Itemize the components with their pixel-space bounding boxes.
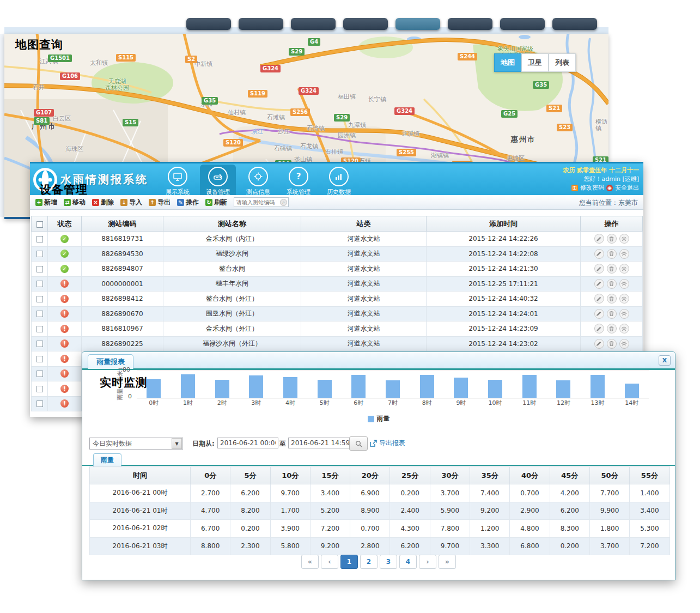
trash-icon[interactable]	[607, 234, 617, 244]
row-checkbox[interactable]	[36, 296, 43, 302]
trash-icon[interactable]	[607, 249, 617, 259]
search-icon[interactable]: ⌕	[280, 199, 287, 206]
row-checkbox[interactable]	[36, 281, 43, 287]
edit-icon[interactable]	[594, 234, 604, 244]
nav-item-3[interactable]: 测点信息	[240, 165, 276, 198]
station-search-box: ⌕	[234, 197, 289, 207]
logout-link[interactable]: 安全退出	[615, 184, 639, 192]
nav-stub-button[interactable]	[343, 18, 388, 30]
gear-icon[interactable]	[619, 279, 629, 289]
nav-stub-button[interactable]	[552, 18, 597, 30]
y-tick-min: 0	[128, 393, 132, 400]
row-checkbox[interactable]	[36, 326, 43, 332]
nav-stub-button[interactable]	[291, 18, 336, 30]
device-management-annotation: 设备管理	[40, 182, 88, 197]
trash-icon[interactable]	[607, 294, 617, 304]
tab-rain[interactable]: 雨量	[93, 453, 121, 466]
pager-arrow-button[interactable]: ›	[419, 555, 436, 569]
nav-stub-button-selected[interactable]	[395, 18, 440, 30]
station-code-search-input[interactable]	[235, 199, 280, 206]
gear-icon[interactable]	[619, 324, 629, 333]
edit-icon[interactable]	[594, 249, 604, 259]
trash-icon[interactable]	[607, 324, 617, 333]
gear-icon[interactable]	[619, 249, 629, 259]
date-from-input[interactable]	[217, 438, 278, 448]
page-button-2[interactable]: 2	[360, 555, 378, 569]
toolbar-button-导出[interactable]: ↑导出	[149, 198, 171, 207]
pager-arrow-button[interactable]: »	[439, 555, 456, 569]
edit-icon[interactable]	[594, 324, 604, 333]
trash-icon[interactable]	[607, 309, 617, 319]
pager-arrow-button[interactable]: «	[301, 555, 319, 569]
edit-icon[interactable]	[594, 264, 604, 274]
toolbar-button-导入[interactable]: ↓导入	[120, 198, 142, 207]
rain-value-cell: 1.700	[270, 502, 310, 520]
status-cell: ✓	[48, 232, 82, 247]
date-to-input[interactable]	[288, 438, 351, 448]
page-button-1[interactable]: 1	[340, 555, 358, 569]
rain-value-cell: 3.300	[470, 537, 510, 555]
trash-icon[interactable]	[607, 339, 617, 349]
row-checkbox[interactable]	[36, 311, 43, 317]
row-checkbox[interactable]	[36, 236, 43, 242]
gear-icon[interactable]	[619, 264, 629, 274]
row-checkbox[interactable]	[36, 251, 43, 257]
road-shield: G1501	[48, 54, 72, 62]
edit-icon[interactable]	[594, 294, 604, 304]
row-checkbox[interactable]	[36, 386, 43, 392]
trash-icon[interactable]	[607, 264, 617, 274]
nav-item-2[interactable]: 设备管理	[200, 165, 236, 198]
status-ok-icon: ✓	[60, 235, 69, 243]
gear-icon[interactable]	[619, 339, 629, 349]
export-report-link[interactable]: 导出报表	[370, 439, 405, 448]
toolbar-button-删除[interactable]: ×删除	[92, 198, 114, 207]
row-checkbox[interactable]	[36, 356, 43, 362]
nav-item-5[interactable]: 历史数据	[321, 165, 357, 198]
map-type-list-button[interactable]: 列表	[549, 53, 576, 72]
road-shield: S15	[123, 119, 138, 126]
change-password-link[interactable]: 修改密码	[580, 184, 604, 192]
row-checkbox[interactable]	[36, 371, 43, 377]
gear-icon[interactable]	[619, 234, 629, 244]
chart-x-axis-labels: 0时1时2时3时4时5时6时7时8时9时10时11时12时13时14时	[137, 399, 649, 407]
toolbar-icon: +	[35, 199, 42, 206]
edit-icon[interactable]	[594, 279, 604, 289]
toolbar-button-新增[interactable]: +新增	[35, 198, 57, 207]
rain-value-cell: 6.200	[390, 537, 430, 555]
pager-arrow-button[interactable]: ‹	[321, 555, 338, 569]
nav-stub-button[interactable]	[239, 18, 283, 30]
toolbar-button-操作[interactable]: ✎操作	[177, 198, 199, 207]
page-button-3[interactable]: 3	[380, 555, 397, 569]
data-mode-select[interactable]: 今日实时数据 ▼	[89, 438, 183, 450]
station-type-cell: 河道水文站	[301, 321, 427, 337]
nav-stub-button[interactable]	[186, 18, 231, 30]
road-shield: G324	[394, 107, 415, 115]
row-checkbox[interactable]	[36, 266, 43, 272]
map-type-map-button[interactable]: 地图	[494, 53, 521, 72]
x-tick-label: 4时	[273, 399, 308, 407]
nav-item-1[interactable]: 展示系统	[160, 165, 196, 198]
row-checkbox[interactable]	[36, 400, 43, 407]
table-row: !0000000001穗丰年水闸河道水文站2015-12-25 17:11:21	[32, 276, 643, 292]
nav-stub-button[interactable]	[500, 18, 545, 30]
query-button[interactable]	[349, 436, 368, 451]
rain-column-header: 45分	[550, 467, 589, 484]
rain-value-cell: 3.400	[630, 502, 669, 520]
select-all-checkbox[interactable]	[36, 221, 43, 228]
map-type-satellite-button[interactable]: 卫星	[521, 53, 549, 72]
trash-icon[interactable]	[607, 279, 617, 289]
edit-icon[interactable]	[594, 339, 604, 349]
gear-icon[interactable]	[619, 309, 629, 319]
page-button-4[interactable]: 4	[399, 555, 417, 569]
gear-icon[interactable]	[619, 294, 629, 304]
edit-icon[interactable]	[594, 309, 604, 319]
column-header: 测站名称	[163, 216, 301, 232]
rain-column-header: 55分	[630, 467, 669, 484]
nav-item-4[interactable]: ?系统管理	[281, 165, 316, 198]
toolbar-button-刷新[interactable]: ↻刷新	[205, 198, 227, 207]
close-button[interactable]: X	[659, 355, 671, 366]
row-checkbox[interactable]	[36, 341, 43, 347]
chevron-down-icon[interactable]: ▼	[172, 438, 182, 449]
toolbar-button-移动[interactable]: ⇄移动	[64, 198, 86, 207]
nav-stub-button[interactable]	[448, 18, 492, 30]
